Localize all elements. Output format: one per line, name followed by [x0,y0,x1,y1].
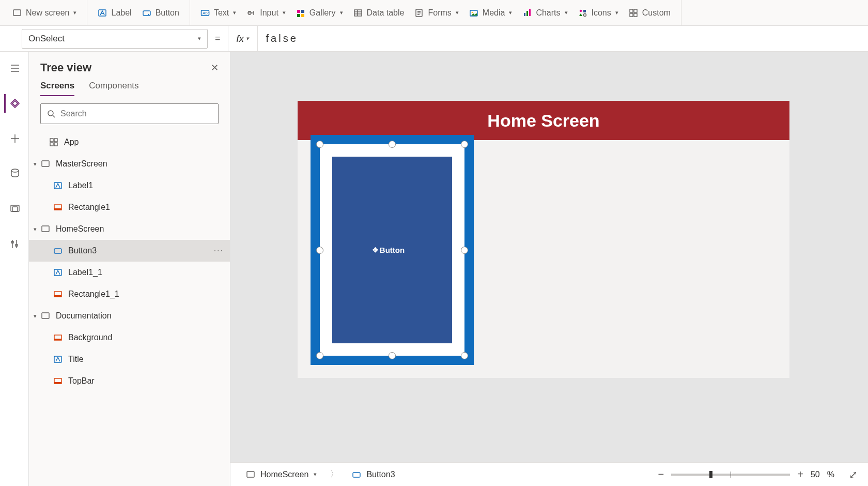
resize-handle-nw[interactable] [316,141,323,148]
chevron-down-icon[interactable]: ▾ [32,226,38,233]
insert-button-button[interactable]: Button [137,0,184,25]
rail-treeview-button[interactable] [4,94,25,113]
svg-rect-0 [13,10,21,16]
svg-rect-17 [529,9,531,16]
tab-screens[interactable]: Screens [40,81,74,96]
tree-node-background[interactable]: Background [29,327,230,348]
tree-node-label: Label1_1 [68,268,102,277]
breadcrumb-screen[interactable]: HomeScreen ▾ [241,470,322,479]
tree-list: App ▾ MasterScreen Label1 Rectangle1 [29,131,230,486]
svg-rect-28 [12,207,18,211]
canvas-button3[interactable]: ✥ Button [332,157,452,343]
tree-node-homescreen[interactable]: ▾ HomeScreen [29,218,230,240]
insert-forms-menu[interactable]: Forms ▾ [409,0,463,25]
resize-handle-w[interactable] [316,247,323,254]
svg-rect-34 [50,143,53,146]
selection-outline[interactable]: ✥ Button [311,135,474,365]
artboard-homescreen[interactable]: Home Screen ✥ Button [298,101,789,378]
svg-rect-52 [353,473,360,477]
tree-node-label1[interactable]: Label1 [29,175,230,196]
insert-datatable-button[interactable]: Data table [348,0,410,25]
tab-components[interactable]: Components [89,81,138,96]
rail-hamburger-button[interactable] [4,59,25,78]
insert-button-text: Button [156,8,179,18]
rail-insert-button[interactable] [4,129,25,148]
tree-node-button3[interactable]: Button3 ··· [29,240,230,262]
resize-handle-e[interactable] [461,247,468,254]
zoom-slider[interactable] [671,474,790,476]
svg-rect-51 [247,472,254,477]
chevron-down-icon: ▾ [198,35,201,42]
tree-node-title[interactable]: Title [29,348,230,370]
property-selector[interactable]: OnSelect ▾ [22,29,208,49]
label-icon [98,8,107,18]
insert-media-menu[interactable]: Media ▾ [464,0,518,25]
breadcrumb-control-label: Button3 [366,470,395,479]
tree-node-label1-1[interactable]: Label1_1 [29,262,230,283]
rail-advanced-button[interactable] [4,235,25,253]
formula-input[interactable]: false [258,26,868,51]
insert-datatable-label: Data table [367,8,405,18]
tree-node-documentation[interactable]: ▾ Documentation [29,305,230,327]
svg-point-26 [11,169,19,172]
insert-input-menu[interactable]: Input ▾ [241,0,291,25]
new-screen-menu[interactable]: New screen ▾ [7,0,82,25]
svg-rect-25 [634,13,637,17]
chevron-down-icon[interactable]: ▾ [32,313,38,320]
screen-banner-title: Home Screen [487,111,599,131]
svg-rect-41 [54,249,61,253]
zoom-out-button[interactable]: − [658,468,664,480]
resize-handle-se[interactable] [461,352,468,359]
breadcrumb-control[interactable]: Button3 [347,470,400,479]
tree-node-topbar[interactable]: TopBar [29,370,230,392]
fit-to-screen-button[interactable]: ⤢ [849,468,858,481]
tree-view-panel: Tree view ✕ Screens Components App ▾ [29,52,230,486]
tree-node-label: HomeScreen [56,224,104,234]
resize-handle-s[interactable] [389,352,396,359]
icons-icon [578,8,587,18]
svg-rect-24 [630,13,633,17]
rectangle-icon [53,332,63,343]
insert-gallery-menu[interactable]: Gallery ▾ [291,0,348,25]
tree-node-masterscreen[interactable]: ▾ MasterScreen [29,153,230,175]
tree-search-input[interactable] [60,109,212,118]
canvas-area[interactable]: Home Screen ✥ Button [230,52,868,486]
svg-rect-15 [524,13,525,16]
gallery-icon [296,8,305,18]
tree-search-box[interactable] [40,103,219,124]
more-icon[interactable]: ··· [214,246,224,255]
insert-input-label: Input [260,8,278,18]
svg-rect-23 [634,9,637,12]
screen-icon [40,311,51,321]
insert-text-menu[interactable]: Abc Text ▾ [195,0,241,25]
tree-node-app[interactable]: App [29,131,230,153]
svg-rect-39 [54,208,61,210]
rail-data-button[interactable] [4,164,25,183]
new-screen-label: New screen [26,8,69,18]
resize-handle-n[interactable] [389,141,396,148]
chevron-down-icon: ▾ [233,9,236,16]
tree-node-rectangle1[interactable]: Rectangle1 [29,196,230,218]
fx-expand-button[interactable]: fx ▾ [228,26,258,52]
zoom-in-button[interactable]: + [797,468,803,480]
screen-icon [40,159,51,169]
tree-node-label: Background [68,333,112,342]
chevron-down-icon[interactable]: ▾ [32,161,38,168]
insert-label-button[interactable]: Label [92,0,136,25]
resize-handle-ne[interactable] [461,141,468,148]
chevron-down-icon: ▾ [615,9,618,16]
svg-rect-10 [301,14,304,17]
insert-charts-menu[interactable]: Charts ▾ [517,0,572,25]
resize-handle-sw[interactable] [316,352,323,359]
zoom-slider-thumb[interactable] [709,471,712,478]
svg-rect-22 [630,9,633,12]
chevron-down-icon: ▾ [456,9,459,16]
close-icon[interactable]: ✕ [211,62,219,73]
rail-media-button[interactable] [4,200,25,218]
chevron-down-icon: ▾ [314,471,317,478]
tree-node-rectangle1-1[interactable]: Rectangle1_1 [29,283,230,305]
equals-sign: = [215,33,221,44]
insert-custom-button[interactable]: Custom [624,0,676,25]
svg-rect-44 [54,295,61,297]
insert-icons-menu[interactable]: Icons ▾ [573,0,624,25]
